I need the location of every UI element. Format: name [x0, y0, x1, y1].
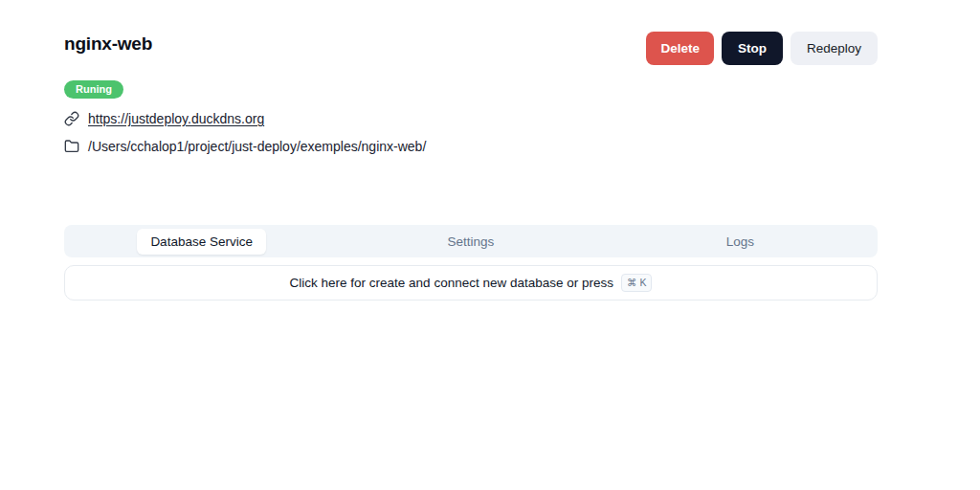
- deploy-url-link[interactable]: https://justdeploy.duckdns.org: [88, 111, 264, 126]
- tab-bar: Database Service Settings Logs: [64, 225, 878, 257]
- tab-settings-label: Settings: [434, 229, 508, 255]
- project-path-row: /Users/cchalop1/project/just-deploy/exem…: [64, 139, 878, 154]
- app-page: nginx-web Delete Stop Redeploy Runing ht…: [0, 0, 980, 490]
- redeploy-button[interactable]: Redeploy: [791, 32, 878, 65]
- keyboard-shortcut-badge: ⌘ K: [621, 274, 652, 293]
- tab-settings[interactable]: Settings: [336, 228, 605, 255]
- status-badge: Runing: [64, 80, 123, 99]
- tab-logs[interactable]: Logs: [606, 228, 875, 255]
- stop-button[interactable]: Stop: [722, 32, 783, 65]
- link-icon: [64, 111, 79, 126]
- project-path: /Users/cchalop1/project/just-deploy/exem…: [88, 139, 426, 154]
- folder-icon: [64, 139, 79, 154]
- action-buttons: Delete Stop Redeploy: [646, 32, 878, 65]
- header: nginx-web Delete Stop Redeploy: [64, 32, 878, 65]
- tab-database-service[interactable]: Database Service: [67, 228, 336, 255]
- deploy-url-row: https://justdeploy.duckdns.org: [64, 111, 878, 126]
- create-database-bar[interactable]: Click here for create and connect new da…: [64, 265, 878, 301]
- tab-logs-label: Logs: [713, 229, 768, 255]
- delete-button[interactable]: Delete: [646, 32, 714, 65]
- content-container: nginx-web Delete Stop Redeploy Runing ht…: [64, 0, 878, 301]
- tab-database-service-label: Database Service: [137, 229, 266, 255]
- create-database-text: Click here for create and connect new da…: [290, 276, 613, 290]
- page-title: nginx-web: [64, 33, 152, 55]
